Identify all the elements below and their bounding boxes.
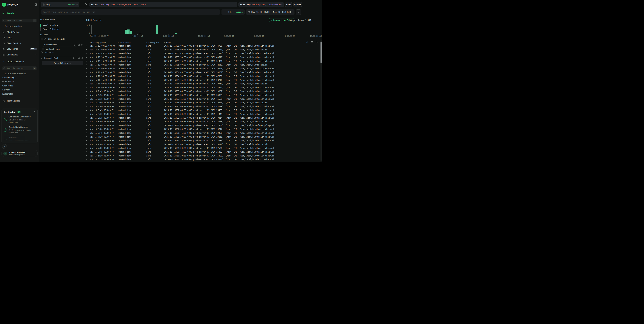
expand-chevron-icon[interactable] xyxy=(85,155,87,157)
table-row[interactable]: Nov 15 6:45:00.000 PMsystemd-demoinfo202… xyxy=(85,150,320,154)
checkbox[interactable] xyxy=(40,38,43,40)
chart-icon[interactable] xyxy=(78,57,80,59)
lucene-toggle[interactable]: Lucene xyxy=(236,11,243,13)
expand-chevron-icon[interactable] xyxy=(85,132,87,134)
column-header-severitytext[interactable]: ⠿SeverityText xyxy=(146,41,164,43)
table-row[interactable]: Nov 15 6:15:00.000 PMsystemd-demoinfo202… xyxy=(85,158,320,162)
expand-chevron-icon[interactable] xyxy=(85,136,87,138)
expand-chevron-icon[interactable] xyxy=(85,79,87,81)
pin-icon[interactable] xyxy=(81,57,83,59)
drag-handle-icon[interactable]: ⠿ xyxy=(164,42,165,43)
expand-chevron-icon[interactable] xyxy=(85,72,87,73)
expand-chevron-icon[interactable] xyxy=(85,128,87,130)
table-row[interactable]: Nov 15 6:30:00.000 PMsystemd-demoinfo202… xyxy=(85,154,320,158)
expand-chevron-icon[interactable] xyxy=(85,83,87,85)
pin-icon[interactable] xyxy=(81,44,83,46)
expand-chevron-icon[interactable] xyxy=(85,53,87,54)
mode-results-table[interactable]: Results Table xyxy=(40,24,74,27)
table-row[interactable]: Nov 15 9:45:00.000 PMsystemd-demoinfo202… xyxy=(85,89,320,93)
expand-chevron-icon[interactable] xyxy=(85,49,87,51)
expand-chevron-icon[interactable] xyxy=(85,64,87,66)
expand-chevron-icon[interactable] xyxy=(85,60,87,62)
column-header-body[interactable]: ⠿Body xyxy=(164,41,312,43)
sidebar-item-team-settings[interactable]: Team Settings xyxy=(0,99,39,103)
expand-chevron-icon[interactable] xyxy=(85,98,87,100)
table-row[interactable]: Nov 15 8:00:00.000 PMsystemd-demoinfo202… xyxy=(85,120,320,124)
mode-event-patterns[interactable]: Event Patterns xyxy=(40,27,74,31)
search-icon[interactable] xyxy=(73,44,75,46)
table-row[interactable]: Nov 15 7:00:00.000 PMsystemd-demoinfo202… xyxy=(85,146,320,150)
event-search-input[interactable]: Search your events w/ Lucene ex. column:… xyxy=(41,9,220,14)
table-row[interactable]: Nov 15 10:30:00.000 PMsystemd-demoinfo20… xyxy=(85,74,320,78)
sidebar-collapse-icon[interactable] xyxy=(35,3,38,6)
table-row[interactable]: Nov 15 10:45:00.000 PMsystemd-demoinfo20… xyxy=(85,71,320,74)
table-row[interactable]: Nov 16 12:00:00.000 AMsystemd-demoinfo20… xyxy=(85,48,320,52)
search-icon[interactable] xyxy=(73,57,75,59)
sidebar-item-search[interactable]: Search xyxy=(0,11,39,15)
histogram-bar[interactable] xyxy=(130,31,132,34)
expand-chevron-icon[interactable] xyxy=(85,147,87,149)
column-header-servicename[interactable]: ⠿ServiceName xyxy=(118,41,146,43)
select-columns-input[interactable]: SELECT Timestamp,ServiceName,SeverityTex… xyxy=(90,2,237,7)
table-row[interactable]: Nov 15 10:00:00.000 PMsystemd-demoinfo20… xyxy=(85,82,320,86)
filter-field-box[interactable]: SeverityText xyxy=(43,56,76,60)
table-row[interactable]: Nov 15 8:00:00.000 PMsystemd-demoinfo202… xyxy=(85,127,320,131)
table-row[interactable]: Nov 15 11:30:00.000 PMsystemd-demoinfo20… xyxy=(85,55,320,59)
table-row[interactable]: Nov 15 10:15:00.000 PMsystemd-demoinfo20… xyxy=(85,78,320,82)
chevron-down-icon[interactable] xyxy=(40,43,42,45)
expand-chevron-icon[interactable] xyxy=(85,121,87,123)
get-started-item[interactable]: ✓ Create Data Sources Configure where yo… xyxy=(4,126,36,134)
table-row[interactable]: Nov 15 11:15:00.000 PMsystemd-demoinfo20… xyxy=(85,59,320,63)
expand-chevron-icon[interactable] xyxy=(85,109,87,111)
table-row[interactable]: Nov 15 8:45:00.000 PMsystemd-demoinfo202… xyxy=(85,108,320,112)
table-row[interactable]: Nov 15 10:00:00.000 PMsystemd-demoinfo20… xyxy=(85,86,320,90)
chevron-up-icon[interactable] xyxy=(34,111,36,113)
expand-chevron-icon[interactable] xyxy=(85,45,87,47)
scrollbar-thumb[interactable] xyxy=(320,41,322,63)
table-row[interactable]: Nov 15 7:45:00.000 PMsystemd-demoinfo202… xyxy=(85,131,320,135)
sql-toggle[interactable]: SQL xyxy=(228,11,232,13)
table-row[interactable]: Nov 15 11:00:00.000 PMsystemd-demoinfo20… xyxy=(85,63,320,67)
download-icon[interactable] xyxy=(316,41,318,43)
sidebar-item-services[interactable]: Services xyxy=(2,89,10,91)
histogram-bar[interactable] xyxy=(127,29,129,34)
table-row[interactable]: Nov 15 7:30:00.000 PMsystemd-demoinfo202… xyxy=(85,135,320,139)
sidebar-item-kubernetes[interactable]: Kubernetes xyxy=(2,93,13,95)
get-started-item[interactable]: ✓ Connect to ClickHouse Set up your data… xyxy=(4,116,36,124)
code-view-icon[interactable]: </> xyxy=(305,41,308,43)
histogram-bar[interactable] xyxy=(125,30,127,34)
saved-searches-input[interactable]: Saved Searches ⌘K xyxy=(2,18,38,22)
filter-field-box[interactable]: ServiceName xyxy=(43,43,76,47)
help-button[interactable]: ? xyxy=(2,144,7,149)
checkbox[interactable] xyxy=(42,48,44,50)
expand-chevron-icon[interactable] xyxy=(85,125,87,126)
sidebar-item-systemd-logs[interactable]: Systemd logs xyxy=(2,77,15,79)
sidebar-item-dashboards[interactable]: Dashboards xyxy=(0,53,39,57)
order-by-input[interactable]: ORDER BY (TimestampTime, Timestamp) DESC xyxy=(238,2,284,7)
table-row[interactable]: Nov 15 8:00:00.000 PMsystemd-demoinfo202… xyxy=(85,124,320,127)
sidebar-item-alerts[interactable]: Alerts xyxy=(0,35,39,40)
table-row[interactable]: Nov 15 9:00:00.000 PMsystemd-demoinfo202… xyxy=(85,105,320,109)
expand-chevron-icon[interactable] xyxy=(85,94,87,96)
presets-section[interactable]: PRESETS xyxy=(2,81,38,82)
expand-chevron-icon[interactable] xyxy=(85,113,87,115)
histogram-bar[interactable] xyxy=(139,34,141,34)
expand-chevron-icon[interactable] xyxy=(85,102,87,104)
sidebar-item-service-map[interactable]: Service Map BETA xyxy=(0,47,39,51)
source-selector[interactable]: Logs Schema xyxy=(41,2,79,7)
table-row[interactable]: Nov 15 8:15:00.000 PMsystemd-demoinfo202… xyxy=(85,116,320,120)
table-row[interactable]: Nov 15 7:15:00.000 PMsystemd-demoinfo202… xyxy=(85,139,320,143)
expand-chevron-icon[interactable] xyxy=(85,90,87,92)
load-more-button[interactable]: Load more xyxy=(41,51,54,53)
expand-chevron-icon[interactable] xyxy=(85,151,87,153)
chart-icon[interactable] xyxy=(78,44,80,46)
table-row[interactable]: Nov 15 8:30:00.000 PMsystemd-demoinfo202… xyxy=(85,112,320,116)
table-row[interactable]: Nov 15 11:45:00.000 PMsystemd-demoinfo20… xyxy=(85,52,320,55)
expand-chevron-icon[interactable] xyxy=(85,117,87,119)
expand-chevron-icon[interactable] xyxy=(85,75,87,77)
alerts-button[interactable]: Alerts xyxy=(293,2,302,7)
expand-chevron-icon[interactable] xyxy=(85,159,87,160)
text-wrap-icon[interactable] xyxy=(311,41,313,43)
event-histogram[interactable]: Nov 15 12:00:00 AM4:00:00 AM7:00:00 AM10… xyxy=(92,25,321,34)
column-header-timestamp[interactable]: Timestamp (Local) xyxy=(85,41,118,43)
